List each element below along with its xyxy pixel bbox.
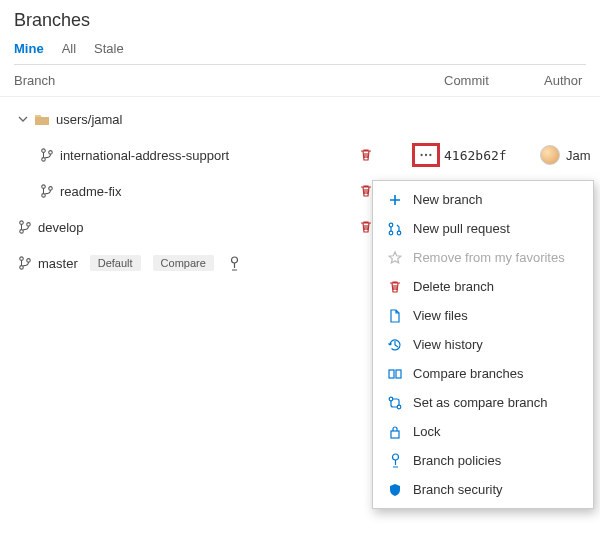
col-commit: Commit [444, 73, 544, 88]
branch-name: develop [38, 220, 84, 235]
folder-name: users/jamal [56, 112, 122, 127]
file-icon [387, 309, 403, 323]
svg-point-7 [42, 194, 46, 198]
svg-point-16 [389, 223, 393, 227]
svg-point-24 [392, 454, 398, 460]
menu-label: Lock [413, 424, 440, 439]
folder-icon [34, 112, 50, 126]
pull-request-icon [387, 222, 403, 236]
menu-label: Remove from my favorites [413, 250, 565, 265]
commit-hash[interactable]: 4162b62f [444, 148, 540, 163]
svg-point-1 [42, 158, 46, 162]
svg-point-10 [20, 230, 24, 234]
lock-icon [387, 425, 403, 439]
svg-point-2 [49, 151, 53, 155]
svg-point-18 [397, 231, 401, 235]
shield-icon [387, 483, 403, 497]
branch-name: international-address-support [60, 148, 229, 163]
branch-icon [18, 256, 32, 270]
menu-branch-security[interactable]: Branch security [373, 475, 593, 504]
svg-rect-20 [396, 370, 401, 378]
policy-icon [228, 256, 241, 271]
svg-point-22 [397, 405, 401, 409]
svg-point-0 [42, 149, 46, 153]
more-actions-button[interactable] [412, 143, 440, 167]
set-compare-icon [387, 396, 403, 410]
compare-badge: Compare [153, 255, 214, 271]
svg-point-21 [389, 397, 393, 401]
menu-label: Compare branches [413, 366, 524, 381]
tab-mine[interactable]: Mine [14, 41, 44, 56]
menu-label: View history [413, 337, 483, 352]
ellipsis-icon [419, 153, 433, 157]
chevron-down-icon[interactable] [18, 114, 28, 124]
column-headers: Branch Commit Author [0, 65, 600, 97]
menu-delete-branch[interactable]: Delete branch [373, 272, 593, 301]
delete-icon[interactable] [359, 184, 373, 198]
svg-point-6 [42, 185, 46, 189]
branch-context-menu: New branch New pull request Remove from … [372, 180, 594, 509]
avatar [540, 145, 560, 165]
history-icon [387, 338, 403, 352]
svg-point-14 [27, 259, 31, 263]
branch-row-intl[interactable]: international-address-support 4162b62f J… [0, 137, 600, 173]
folder-row[interactable]: users/jamal [0, 101, 600, 137]
menu-view-history[interactable]: View history [373, 330, 593, 359]
menu-view-files[interactable]: View files [373, 301, 593, 330]
menu-new-branch[interactable]: New branch [373, 185, 593, 214]
menu-branch-policies[interactable]: Branch policies [373, 446, 593, 475]
branch-icon [18, 220, 32, 234]
col-author: Author [544, 73, 586, 88]
svg-rect-23 [391, 431, 399, 438]
menu-label: New branch [413, 192, 482, 207]
branch-name: readme-fix [60, 184, 121, 199]
menu-label: New pull request [413, 221, 510, 236]
tab-all[interactable]: All [62, 41, 76, 56]
compare-icon [387, 368, 403, 380]
branch-icon [40, 184, 54, 198]
tab-stale[interactable]: Stale [94, 41, 124, 56]
menu-label: Set as compare branch [413, 395, 547, 410]
svg-point-13 [20, 266, 24, 270]
menu-label: Branch security [413, 482, 503, 497]
policy-icon [387, 453, 403, 468]
svg-point-17 [389, 231, 393, 235]
branch-name: master [38, 256, 78, 271]
author-name: Jamal [566, 148, 590, 163]
menu-remove-favorite: Remove from my favorites [373, 243, 593, 272]
branch-icon [40, 148, 54, 162]
star-outline-icon [387, 251, 403, 265]
svg-point-3 [420, 154, 422, 156]
default-badge: Default [90, 255, 141, 271]
menu-label: Branch policies [413, 453, 501, 468]
svg-point-15 [231, 257, 237, 263]
plus-icon [387, 193, 403, 207]
menu-compare-branches[interactable]: Compare branches [373, 359, 593, 388]
col-branch: Branch [14, 73, 444, 88]
tabs: Mine All Stale [14, 41, 586, 65]
svg-point-4 [425, 154, 427, 156]
svg-point-12 [20, 257, 24, 261]
menu-label: View files [413, 308, 468, 323]
page-title: Branches [14, 10, 586, 31]
menu-set-compare[interactable]: Set as compare branch [373, 388, 593, 417]
menu-label: Delete branch [413, 279, 494, 294]
menu-new-pr[interactable]: New pull request [373, 214, 593, 243]
svg-point-11 [27, 223, 31, 227]
delete-icon[interactable] [359, 148, 373, 162]
delete-icon[interactable] [359, 220, 373, 234]
menu-lock[interactable]: Lock [373, 417, 593, 446]
svg-rect-19 [389, 370, 394, 378]
svg-point-5 [429, 154, 431, 156]
trash-icon [387, 280, 403, 294]
svg-point-8 [49, 187, 53, 191]
svg-point-9 [20, 221, 24, 225]
